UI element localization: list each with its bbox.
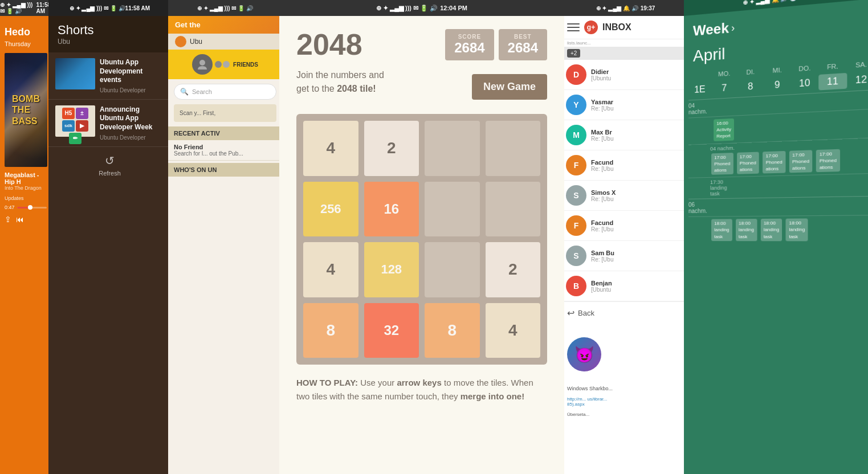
email-preview-3: Re: [Ubu (591, 136, 685, 142)
ubuntu-logo-row: Ubu (168, 34, 282, 50)
avatar-2: Y (566, 95, 586, 115)
windows-link: http://m... us/librar...85).aspx (567, 397, 681, 407)
article-2-image: H5 ± sdk ▶ ✏ (55, 105, 95, 137)
recent-activity-header: RECENT ACTIV (168, 126, 282, 140)
refresh-button[interactable]: ↺ Refresh (48, 147, 171, 183)
progress-track[interactable] (17, 207, 47, 209)
song-title: Megablast - Hip H (5, 171, 47, 185)
activity-sub-1: Search for l... out the Pub... (174, 150, 276, 157)
scan-section: Scan y... First, (174, 104, 276, 122)
search-icon: 🔍 (180, 88, 189, 96)
month-label: April (693, 44, 726, 65)
article-2-source: Ubuntu Developer (100, 134, 164, 141)
sdk-icon: sdk (62, 120, 75, 132)
email-item-1[interactable]: D Didier [Ubuntu (561, 60, 690, 90)
game-description: Join the numbers andget to the 2048 tile… (296, 68, 384, 96)
friend-icon-2 (223, 61, 230, 68)
tile-r4c3: 8 (425, 303, 480, 358)
tile-r1c4 (486, 121, 541, 176)
email-item-2[interactable]: Y Yasmar Re: [Ubu (561, 90, 690, 120)
game-description-row: Join the numbers andget to the 2048 tile… (296, 68, 547, 105)
ubuntu-logo-icon (175, 36, 186, 47)
windows-label: Windows Sharkbo... (567, 386, 681, 391)
avatar-6: F (566, 215, 586, 236)
score-area: SCORE 2684 BEST 2684 (445, 29, 547, 60)
tile-r3c2: 128 (364, 242, 419, 297)
store-status-bar: ⊕ ✦ ▂▄▆ ))) ✉ 🔋 🔊 (168, 0, 282, 16)
previous-button[interactable]: ⏮ (16, 215, 24, 224)
article-2-title: Announcing Ubuntu App Developer Week (100, 105, 164, 132)
event-1600-chip: 16:00ActivityReport (714, 118, 734, 141)
ham-line-2 (567, 27, 580, 28)
calendar-status-icons: ⊕ ✦ ▂▄▆ 🔔 🔊 🕐 (743, 0, 797, 6)
email-content-3: Max Br Re: [Ubu (591, 129, 685, 142)
tile-r2c1: 256 (303, 182, 358, 237)
email-item-4[interactable]: F Facund Re: [Ubu (561, 150, 690, 181)
tile-r2c4 (486, 182, 541, 237)
email-item-3[interactable]: M Max Br Re: [Ubu (561, 120, 690, 150)
week-label-row: Week › (693, 19, 735, 39)
email-sender-7: Sam Bu (591, 250, 685, 256)
article-1-title: Ubuntu App Development events (100, 58, 164, 85)
store-search-bar[interactable]: 🔍 Search (174, 84, 276, 100)
event-1700-row[interactable]: 04 nachm. 17:00Phonedations 17:00Phoneda… (688, 137, 868, 178)
play-icon: ▶ (76, 120, 88, 132)
email-sender-6: Facund (591, 219, 685, 226)
music-status-icons: ⊕ ✦ ▂▄▆ ))) ✉ 🔋 🔊 (0, 2, 34, 14)
article-2[interactable]: H5 ± sdk ▶ ✏ Announcing Ubuntu App Devel… (48, 100, 171, 147)
email-sender-3: Max Br (591, 129, 685, 136)
album-text: BOMBTHEBASS (12, 93, 40, 126)
email-item-7[interactable]: S Sam Bu Re: [Ubu (561, 241, 690, 271)
article-1[interactable]: Ubuntu App Development events Ubuntu Dev… (48, 52, 171, 100)
inbox-status-time: 19:37 (641, 5, 655, 11)
tile-r3c4: 2 (486, 242, 541, 297)
event-1700-chip-2: 17:00Phonedations (737, 152, 759, 174)
progress-time: 0:47 (5, 205, 15, 210)
avatar-4: F (566, 155, 586, 175)
back-button[interactable]: ↩ Back (561, 301, 690, 324)
tile-r1c2: 2 (364, 121, 419, 176)
time-04-label: 04 nachm. (688, 101, 710, 115)
new-game-button[interactable]: New Game (472, 74, 547, 100)
week-label: Week (693, 20, 729, 39)
windows-avatar: 😈 (567, 337, 601, 371)
day-num-7: 7 (711, 80, 737, 96)
event-1700-chip-5: 17:00Phonedations (816, 149, 840, 172)
game-status-time: 12:04 PM (440, 5, 467, 11)
event-1730-label: 17:30landingtask (688, 175, 868, 197)
scan-text: Scan y... First, (180, 110, 215, 116)
hamburger-button[interactable] (567, 21, 580, 34)
event-1800-row[interactable]: 18:00landingtask 18:00landingtask 18:00l… (688, 215, 868, 243)
game-content: 2048 SCORE 2684 BEST 2684 Join the numbe… (279, 16, 564, 415)
email-content-8: Benjan [Ubuntu (591, 280, 685, 293)
google-plus-icon[interactable]: g+ (584, 21, 598, 34)
activity-item-1[interactable]: No Friend Search for l... out the Pub... (168, 140, 282, 161)
email-preview-5: Re: [Ubu (591, 196, 685, 202)
email-sender-5: Simos X (591, 189, 685, 196)
score-value: 2684 (454, 40, 484, 56)
get-the-label: Get the (175, 21, 201, 29)
email-item-5[interactable]: S Simos X Re: [Ubu (561, 181, 690, 211)
calendar-panel: ⊕ ✦ ▂▄▆ 🔔 🔊 🕐 19:37 Week › April MO. DI.… (684, 0, 868, 474)
week-chevron-icon: › (731, 22, 735, 34)
shorts-status-time: 11:58 AM (125, 5, 150, 11)
how-to-play-label: HOW TO PLAY: (296, 378, 358, 387)
email-sender-4: Facund (591, 159, 685, 166)
avatar-7: S (566, 246, 586, 266)
store-panel: ⊕ ✦ ▂▄▆ ))) ✉ 🔋 🔊 Get the Ubu FRIENDS 🔍 … (168, 0, 282, 474)
friend-icon-1 (215, 61, 222, 68)
translate-label: Überseta... (567, 412, 589, 417)
share-button[interactable]: ⇪ (5, 215, 11, 224)
day-header-sa: SA. (847, 58, 868, 72)
day-header-do: DO. (791, 62, 819, 75)
tile-r4c2: 32 (364, 303, 419, 358)
event-1800-chip-3: 18:00landingtask (760, 219, 782, 241)
song-info: Megablast - Hip H Into The Dragon (5, 171, 47, 191)
event-1730-row[interactable]: 17:30landingtask (688, 173, 868, 199)
email-preview-8: [Ubuntu (591, 287, 685, 293)
how-to-play: HOW TO PLAY: Use your arrow keys to move… (296, 376, 547, 403)
email-item-6[interactable]: F Facund Re: [Ubu (561, 211, 690, 241)
shorts-status-bar: ⊕ ✦ ▂▄▆ ))) ✉ 🔋 🔊 11:58 AM (48, 0, 171, 16)
email-item-8[interactable]: B Benjan [Ubuntu (561, 271, 690, 301)
email-sender-8: Benjan (591, 280, 685, 287)
